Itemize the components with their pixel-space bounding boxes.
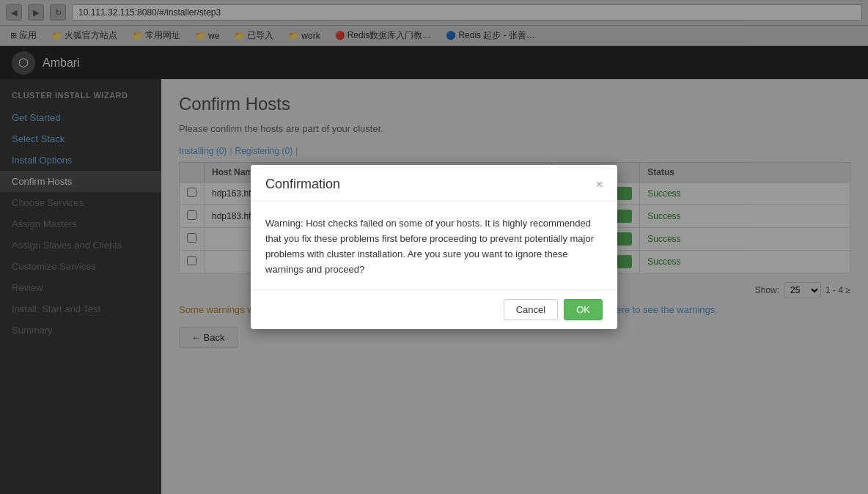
modal-dialog: Confirmation × Warning: Host checks fail… [251,165,617,328]
modal-header: Confirmation × [251,165,617,202]
modal-body: Warning: Host checks failed on some of y… [251,202,617,289]
modal-overlay: Confirmation × Warning: Host checks fail… [0,0,868,494]
modal-body-text: Warning: Host checks failed on some of y… [265,218,594,274]
modal-footer: Cancel OK [251,290,617,329]
cancel-button[interactable]: Cancel [504,299,558,320]
modal-close-button[interactable]: × [596,179,603,191]
ok-button[interactable]: OK [564,299,603,320]
modal-title: Confirmation [265,177,340,192]
